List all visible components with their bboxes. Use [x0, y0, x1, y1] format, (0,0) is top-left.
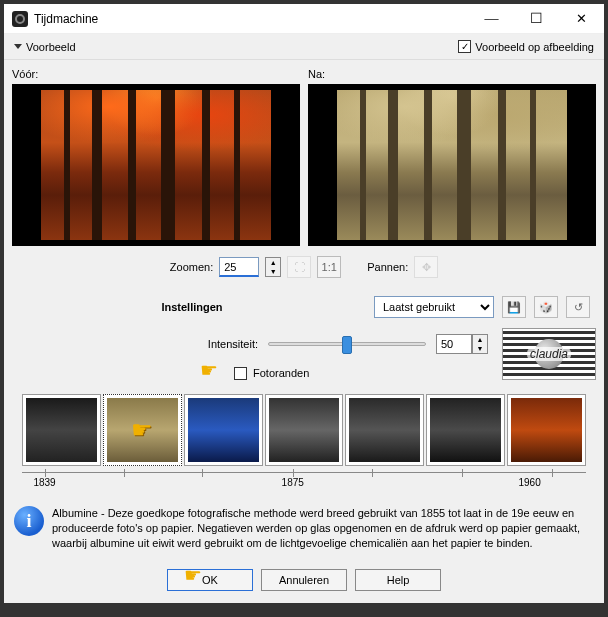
- slider-thumb[interactable]: [342, 336, 352, 354]
- save-preset-button[interactable]: 💾: [502, 296, 526, 318]
- preview-on-image-checkbox[interactable]: ✓ Voorbeeld op afbeelding: [458, 40, 594, 53]
- thumb-cyanotype[interactable]: [184, 394, 263, 466]
- pointer-icon: [184, 569, 212, 587]
- zoom-fit-button[interactable]: ⛶: [287, 256, 311, 278]
- intensity-label: Intensiteit:: [18, 338, 258, 350]
- thumb-1839[interactable]: [22, 394, 101, 466]
- reset-button[interactable]: ↺: [566, 296, 590, 318]
- reset-icon: ↺: [574, 301, 583, 314]
- thumb-albumine[interactable]: ☛: [103, 394, 182, 466]
- fotoranden-label: Fotoranden: [253, 367, 309, 379]
- cancel-button[interactable]: Annuleren: [261, 569, 347, 591]
- intensity-slider[interactable]: [268, 342, 426, 346]
- dice-icon: 🎲: [539, 301, 553, 314]
- logo-text: claudia: [527, 347, 571, 361]
- timeline: 1839 1875 1960: [22, 472, 586, 492]
- thumb-color[interactable]: [507, 394, 586, 466]
- preset-select[interactable]: Laatst gebruikt: [374, 296, 494, 318]
- close-button[interactable]: ✕: [559, 4, 604, 33]
- thumb-platinum[interactable]: [265, 394, 344, 466]
- pointer-icon: ☛: [131, 416, 153, 444]
- move-icon: ✥: [422, 261, 431, 274]
- year-1875: 1875: [282, 477, 304, 488]
- info-icon: i: [14, 506, 44, 536]
- help-button[interactable]: Help: [355, 569, 441, 591]
- zoom-input[interactable]: [219, 257, 259, 277]
- minimize-button[interactable]: —: [469, 4, 514, 33]
- year-1839: 1839: [33, 477, 55, 488]
- app-icon: [12, 11, 28, 27]
- preview-dropdown-label: Voorbeeld: [26, 41, 76, 53]
- after-label: Na:: [308, 68, 596, 80]
- actual-size-label: 1:1: [322, 261, 337, 273]
- settings-label: Instellingen: [18, 301, 366, 313]
- before-label: Vóór:: [12, 68, 300, 80]
- floppy-icon: 💾: [507, 301, 521, 314]
- pan-label: Pannen:: [367, 261, 408, 273]
- thumb-bw-early[interactable]: [345, 394, 424, 466]
- fit-icon: ⛶: [294, 261, 305, 273]
- check-icon: ✓: [458, 40, 471, 53]
- pointer-icon: [200, 364, 228, 382]
- toolbar: Voorbeeld ✓ Voorbeeld op afbeelding: [4, 34, 604, 60]
- window-title: Tijdmachine: [34, 12, 469, 26]
- before-preview[interactable]: [12, 84, 300, 246]
- after-preview[interactable]: [308, 84, 596, 246]
- preview-dropdown[interactable]: Voorbeeld: [14, 40, 76, 53]
- thumb-bw-modern[interactable]: [426, 394, 505, 466]
- zoom-spinner[interactable]: ▲▼: [265, 257, 281, 277]
- preview-on-image-label: Voorbeeld op afbeelding: [475, 41, 594, 53]
- pan-button[interactable]: ✥: [414, 256, 438, 278]
- zoom-label: Zoomen:: [170, 261, 213, 273]
- fotoranden-checkbox[interactable]: [234, 367, 247, 380]
- maximize-button[interactable]: ☐: [514, 4, 559, 33]
- dialog-window: Tijdmachine — ☐ ✕ Voorbeeld ✓ Voorbeeld …: [3, 3, 605, 604]
- info-text: Albumine - Deze goedkope fotografische m…: [52, 506, 594, 551]
- titlebar: Tijdmachine — ☐ ✕: [4, 4, 604, 34]
- year-1960: 1960: [518, 477, 540, 488]
- logo: claudia: [502, 328, 596, 380]
- effect-thumbnails: ☛: [12, 394, 596, 466]
- intensity-spinner[interactable]: ▲▼: [472, 334, 488, 354]
- intensity-input[interactable]: [436, 334, 472, 354]
- random-button[interactable]: 🎲: [534, 296, 558, 318]
- zoom-actual-button[interactable]: 1:1: [317, 256, 341, 278]
